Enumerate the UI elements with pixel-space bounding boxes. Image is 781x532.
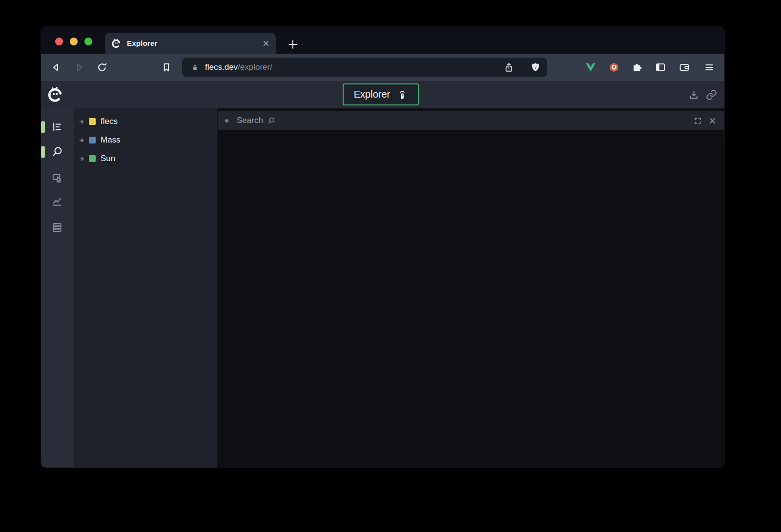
expand-panel-button[interactable] [694,117,702,125]
row-expander-icon[interactable] [79,118,86,125]
back-button[interactable] [50,61,62,73]
entity-color-square [89,155,96,162]
magnifier-icon [267,117,275,125]
tree-panel-button[interactable] [51,121,63,133]
browser-menu-button[interactable] [703,61,715,73]
back-icon [50,61,62,73]
line-chart-icon [51,196,63,207]
share-icon [503,62,514,73]
close-icon [708,117,717,125]
search-results-area[interactable] [218,131,724,468]
hamburger-menu-icon [703,61,715,73]
entity-label: Sun [101,154,115,164]
row-expander-icon[interactable] [79,137,86,144]
url-path: /explorer/ [238,62,272,72]
tab-close-button[interactable] [262,40,270,47]
forward-icon [73,61,85,73]
connection-icon [396,89,408,101]
bookmark-icon [161,61,172,73]
close-panel-button[interactable] [708,117,717,125]
entity-label: Mass [101,135,121,145]
panel-icon-rail [41,108,74,468]
search-panel-button[interactable] [51,146,63,158]
brave-shield-button[interactable] [530,61,541,73]
share-button[interactable] [503,62,514,73]
stats-panel-button[interactable] [51,196,63,207]
panel-left-icon [655,61,666,73]
entity-color-square [89,118,96,125]
browser-toolbar: flecs.dev/explorer/ [41,54,724,81]
table-panel-button[interactable] [51,222,63,233]
tree-row-mass[interactable]: Mass [74,131,217,149]
entity-tree-panel: flecs Mass [74,108,217,468]
fullscreen-icon [694,117,702,125]
url-domain: flecs.dev [205,62,238,72]
app-title: Explorer [354,89,390,100]
search-icon [51,146,63,158]
extension-hexagon[interactable] [608,61,620,73]
reload-icon [96,61,108,73]
row-expander-icon[interactable] [79,155,86,163]
search-panel: Search [217,108,724,468]
url-divider [522,62,522,73]
active-indicator-search [41,146,45,158]
download-icon [688,89,699,101]
inspect-cursor-icon [51,172,63,184]
tree-row-sun[interactable]: Sun [74,149,217,168]
close-window-button[interactable] [55,38,63,45]
tab-explorer[interactable]: Explorer [105,33,276,54]
bookmark-button[interactable] [161,61,172,73]
brave-lion-icon [530,61,541,73]
desktop: Explorer [0,0,781,532]
wallet-icon [678,61,690,73]
forward-button[interactable] [73,61,85,73]
share-link-button[interactable] [706,89,717,101]
app-header: Explorer [41,81,724,108]
entity-label: flecs [101,117,118,126]
tab-bar: Explorer [41,27,724,54]
tab-title: Explorer [127,39,262,47]
link-icon [706,89,717,101]
wallet-button[interactable] [678,61,690,73]
hexagon-extension-icon [608,61,620,73]
new-tab-button[interactable] [287,38,299,51]
vue-logo-icon [585,61,596,73]
app-body: flecs Mass [41,108,724,468]
address-bar[interactable]: flecs.dev/explorer/ [182,58,547,77]
traffic-lights [55,38,92,45]
tree-row-flecs[interactable]: flecs [74,112,217,131]
lock-icon[interactable] [191,63,199,72]
inspect-panel-button[interactable] [51,172,63,184]
entity-color-square [89,137,96,143]
tree-outline-icon [51,121,63,133]
minimize-window-button[interactable] [70,38,78,45]
ruler-rows-icon [51,222,63,233]
extension-vue-devtools[interactable] [585,61,596,73]
zoom-window-button[interactable] [84,38,92,45]
search-panel-title: Search [237,116,263,125]
download-button[interactable] [688,89,699,101]
app-title-button[interactable]: Explorer [343,83,419,105]
flecs-logo-icon[interactable] [46,86,64,103]
reload-button[interactable] [96,61,108,73]
puzzle-icon [631,61,643,73]
browser-window: Explorer [41,27,724,468]
search-panel-header[interactable]: Search [218,111,724,131]
extensions-button[interactable] [631,61,643,73]
drag-dot-icon [225,119,228,123]
sidebar-toggle-button[interactable] [655,61,666,73]
active-indicator-tree [41,121,45,133]
flecs-favicon-icon [111,38,122,49]
